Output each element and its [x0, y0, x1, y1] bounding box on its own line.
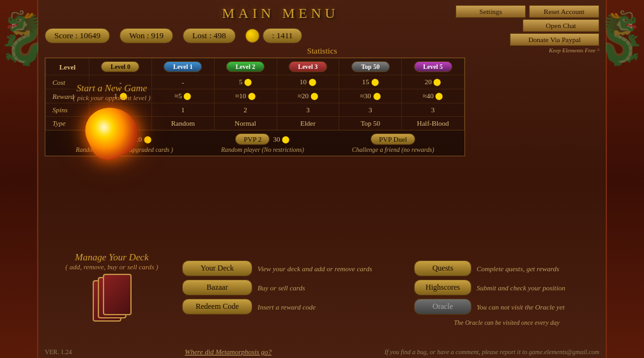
open-chat-button[interactable]: Open Chat	[523, 19, 599, 32]
coin-icon	[245, 29, 259, 43]
redeem-button[interactable]: Redeem Code	[182, 299, 252, 315]
keep-free-label: Keep Elements Free ^	[549, 47, 599, 54]
spins-top50: 3	[339, 103, 402, 117]
lost-stat: Lost : 498	[183, 28, 236, 43]
highscores-row: Highscores Submit and check your positio…	[414, 280, 599, 295]
type-3: Elder	[277, 117, 339, 130]
type-top50: Top 50	[339, 117, 402, 130]
bug-report-text: If you find a bug, or have a comment, pl…	[385, 348, 599, 355]
where-metamorphosis-link[interactable]: Where did Metamorphosis go?	[185, 348, 272, 355]
reward-top50: ≈30 ⬤	[339, 89, 402, 103]
bazaar-row: Bazaar Buy or sell cards	[182, 280, 418, 295]
settings-button[interactable]: Settings	[456, 5, 526, 18]
version-label: VER. 1.24	[45, 348, 72, 355]
cost-top50: 15 ⬤	[339, 75, 402, 89]
donate-button[interactable]: Donate Via Paypal	[510, 33, 599, 46]
main-title: Main Menu	[38, 5, 523, 22]
fireball-icon[interactable]	[86, 107, 137, 158]
redeem-desc: Insert a reward code	[257, 303, 316, 311]
reward-2: ≈10 ⬤	[214, 89, 277, 103]
reset-account-button[interactable]: Reset Account	[529, 5, 599, 18]
level-0-btn[interactable]: Level 0	[101, 61, 139, 72]
spins-3: 3	[277, 103, 339, 117]
level-5-btn[interactable]: Level 5	[414, 61, 452, 72]
card-stack-icon	[93, 274, 131, 325]
manage-deck-title: Manage Your Deck	[45, 252, 179, 263]
coins-value: : 1411	[263, 28, 302, 43]
bazaar-button[interactable]: Bazaar	[182, 280, 252, 295]
cost-5: 20 ⬤	[402, 75, 464, 89]
your-deck-row: Your Deck View your deck and add or remo…	[182, 260, 418, 276]
spins-2: 2	[214, 103, 277, 117]
oracle-desc: You can not visit the Oracle yet	[477, 303, 565, 311]
pvp-duel-button[interactable]: PVP Duel	[371, 133, 415, 145]
reward-5: ≈40 ⬤	[402, 89, 464, 103]
score-stat: Score : 10649	[45, 28, 110, 43]
cost-3: 10 ⬤	[277, 75, 339, 89]
level-top50-btn[interactable]: Top 50	[351, 61, 390, 72]
quests-desc: Complete quests, get rewards	[477, 265, 559, 272]
quests-row: Quests Complete quests, get rewards	[414, 260, 599, 276]
new-game-title: Start a New Game	[45, 83, 179, 94]
card-3	[103, 274, 132, 315]
type-2: Normal	[214, 117, 277, 130]
your-deck-desc: View your deck and add or remove cards	[257, 265, 372, 272]
won-stat: Won : 919	[119, 28, 173, 43]
manage-deck-subtitle: ( add, remove, buy or sell cards )	[45, 263, 179, 271]
level-3-btn[interactable]: Level 3	[289, 61, 327, 72]
footer: VER. 1.24 Where did Metamorphosis go? If…	[38, 345, 606, 358]
highscores-desc: Submit and check your position	[477, 284, 565, 292]
highscores-button[interactable]: Highscores	[414, 280, 471, 295]
bazaar-desc: Buy or sell cards	[257, 284, 305, 292]
oracle-row: Oracle You can not visit the Oracle yet	[414, 299, 599, 315]
pvp2-coins: 30 ⬤	[273, 135, 289, 144]
pvp2-button[interactable]: PVP 2	[235, 133, 270, 145]
type-5: Half-Blood	[402, 117, 464, 130]
new-game-subtitle: ( pick your opponent level )	[45, 94, 179, 101]
level-1-btn[interactable]: Level 1	[164, 61, 202, 72]
cost-2: 5 ⬤	[214, 75, 277, 89]
oracle-button[interactable]: Oracle	[414, 299, 471, 315]
your-deck-button[interactable]: Your Deck	[182, 260, 252, 276]
reward-3: ≈20 ⬤	[277, 89, 339, 103]
redeem-row: Redeem Code Insert a reward code	[182, 299, 418, 315]
col-header-level: Level	[46, 59, 89, 75]
level-2-btn[interactable]: Level 2	[226, 61, 264, 72]
oracle-note: The Oracle can be visited once every day	[414, 318, 599, 327]
spins-5: 3	[402, 103, 464, 117]
pvp2-desc: Random player (No restrictions)	[221, 146, 304, 153]
quests-button[interactable]: Quests	[414, 260, 471, 276]
pvp-duel-desc: Challenge a friend (no rewards)	[352, 146, 434, 153]
